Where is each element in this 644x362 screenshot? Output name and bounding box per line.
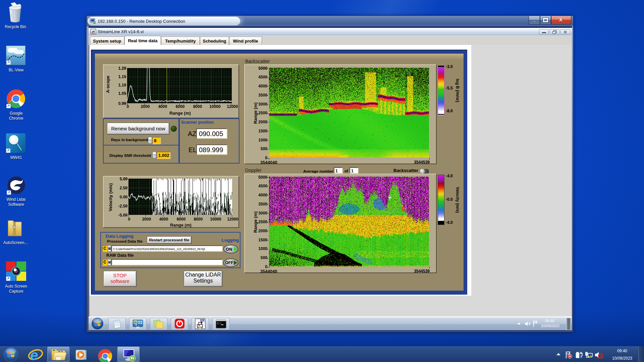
svg-text:XR: XR bbox=[200, 319, 205, 322]
svg-text:!: ! bbox=[590, 356, 591, 358]
svg-text:C:\: C:\ bbox=[217, 322, 221, 325]
svg-text:e: e bbox=[30, 348, 38, 362]
